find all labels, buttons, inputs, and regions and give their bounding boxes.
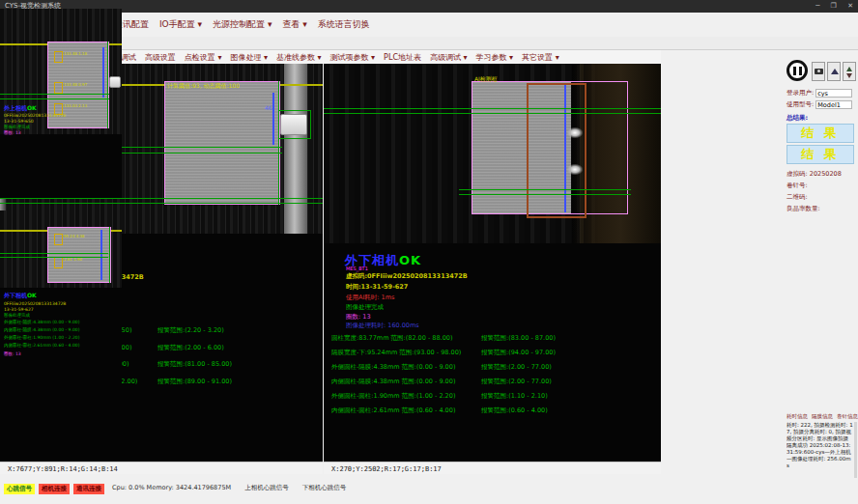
small-bottom-camera-view[interactable]: 95.24 4.38 2.61 1.90 外下相机OK 0FFIiiw20250… <box>0 210 122 404</box>
measure-guide-line <box>102 47 104 98</box>
measure-value: 外侧圆柱-圆柱:1.90mm 范围:(1.00 - 2.20) <box>331 392 481 401</box>
capture-time: 时间:13-31-59-627 <box>346 283 408 292</box>
toolbar-item[interactable]: 测试项参数 ▾ <box>330 52 376 63</box>
measurement-row: 外侧圆柱-圆柱:1.90mm 范围:(1.00 - 2.20) 报警范围:(1.… <box>331 392 657 401</box>
center-camera-view[interactable]: AI检测框 外下相机OK MES_BT1 虚拟码:0FFIiiw20250208… <box>324 64 661 462</box>
alarm-range: 报警范围:(83.00 - 87.00) <box>481 334 657 343</box>
camera-name: 外下相机 <box>4 292 27 298</box>
tab-membrane-info[interactable]: 隔膜信息 <box>812 413 833 420</box>
total-result-row: 总结果: <box>786 114 808 123</box>
baseline-4 <box>0 203 323 204</box>
swap-down-icon <box>846 73 852 78</box>
close-button[interactable]: ✕ <box>847 2 853 10</box>
comm-connect-badge: 通讯连接 <box>73 484 104 494</box>
measure-guide-line <box>100 230 102 280</box>
toolbar-item[interactable]: 图像处理 ▾ <box>230 52 268 63</box>
loop-count: 圈数: 13 <box>346 313 371 322</box>
edge-guide-line <box>109 227 110 283</box>
baseline-4 <box>459 194 631 195</box>
toolbar-item[interactable]: 其它设置 ▾ <box>522 52 559 63</box>
alarm-range: 报警范围:(81.00 - 85.00) <box>157 360 319 369</box>
login-user-input[interactable] <box>815 89 852 98</box>
camera-icon <box>815 69 823 74</box>
alarm-range: 报警范围:(94.00 - 97.00) <box>481 349 657 357</box>
virtual-code: 0FFIiiw2025020813313472B <box>4 301 66 306</box>
roi-box-icon <box>54 82 63 94</box>
pin-number-row: 卷针号: <box>786 182 808 190</box>
window-controls: ─ ❐ ✕ <box>807 0 853 13</box>
baseline-2 <box>324 113 661 114</box>
edge-value-tag: 46 <box>265 104 272 111</box>
pause-button[interactable] <box>786 60 808 81</box>
toolbar-item[interactable]: 高级调试 ▾ <box>430 52 468 63</box>
total-result-label: 总结果: <box>786 114 808 123</box>
annotation-mark: 133.48 1.18 <box>54 51 87 63</box>
capture-time: 13-31-59-650 <box>4 119 34 124</box>
virtual-code-label: 虚拟码: 20250208 <box>786 170 842 179</box>
process-done: 图像处理完成 <box>346 303 384 312</box>
title-bar: CYS-视觉检测系统 ─ ❐ ✕ <box>0 0 858 13</box>
measure-guide-line <box>272 93 274 145</box>
tab-pin-info[interactable]: 卷针信息 <box>837 413 858 420</box>
menu-item[interactable]: 光源控制配置 ▾ <box>213 18 272 31</box>
roi-measure-label: 133.48 0.97 <box>64 82 87 87</box>
tab-connector <box>109 76 121 88</box>
menu-item[interactable]: 查看 ▾ <box>282 18 306 31</box>
toolbar-item[interactable]: 基准线参数 ▾ <box>276 52 322 63</box>
camera-result-headline: 外上相机OK <box>4 104 37 113</box>
result-ok: OK <box>27 104 37 111</box>
model-label: 使用型号: <box>786 100 814 109</box>
menu-bar: C 系统配置相机配置通讯配置IO手配置 ▾光源控制配置 ▾查看 ▾系统语言切换 <box>0 13 858 37</box>
model-input[interactable] <box>815 100 852 109</box>
toolbar-item[interactable]: 点检设置 ▾ <box>185 52 222 63</box>
result-ok: OK <box>27 292 37 298</box>
measurement-row: 外侧圆柱-隔膜:4.38mm (0.00 - 9.00) <box>4 319 79 326</box>
result-ok: OK <box>399 253 421 267</box>
edge-guide-line <box>278 81 279 205</box>
toolbar-item[interactable]: 高级设置 <box>145 52 176 63</box>
toolbar-item[interactable]: PLC地址表 <box>384 52 421 63</box>
virtual-code-row: 虚拟码: 20250208 <box>786 170 842 179</box>
yield-count-label: 良品率数量: <box>786 205 820 213</box>
camera-connect-badge: 相机连接 <box>39 484 70 494</box>
upper-camera-heartbeat[interactable]: 上相机心跳信号 <box>244 484 289 492</box>
log-text: 耗时: 222, 拍摄检测耗时: 17, 拍摄分离耗时: 0, 拍摄视频分区耗时… <box>786 422 853 478</box>
alarm-range: 报警范围:(1.10 - 2.10) <box>481 392 657 401</box>
maximize-button[interactable]: ❐ <box>831 2 837 10</box>
image-up-button[interactable] <box>827 62 841 81</box>
edge-guide-line <box>107 42 108 128</box>
result-box-bottom: 结 果 <box>786 145 854 164</box>
measurement-rows: 外侧圆柱-隔膜:4.38mm (0.00 - 9.00)内侧圆柱-隔膜:4.38… <box>4 319 79 350</box>
status-bar: 心跳信号 相机连接 通讯连接 Cpu: 0.0% Memory: 3424.41… <box>0 481 858 504</box>
pause-icon <box>799 67 802 75</box>
menu-item[interactable]: 系统语言切换 <box>318 18 370 31</box>
measurement-row: 内侧圆柱-隔膜:4.38mm 范围:(0.00 - 9.00) 报警范围:(2.… <box>331 378 657 386</box>
roi-measure-label: 95.24 4.38 <box>64 234 85 238</box>
measurement-row: 内侧圆柱-隔膜:4.38mm (0.00 - 9.00) <box>4 326 79 334</box>
center-camera-column: AI检测框 外下相机OK MES_BT1 虚拟码:0FFIiiw20250208… <box>324 64 661 474</box>
measure-value: 圆柱宽度:83.77mm 范围:(82.00 - 88.00) <box>331 334 481 343</box>
capture-time: 13-31-59-627 <box>4 307 34 312</box>
toolbar-item[interactable]: 学习参数 ▾ <box>476 52 514 63</box>
ai-box-label: AI检测框 <box>474 75 498 84</box>
camera-result-headline: 外下相机OK <box>4 292 37 300</box>
info-tabs: 耗时信息 隔膜信息 卷针信息 <box>786 413 858 420</box>
alarm-range: 报警范围:(2.00 - 77.00) <box>481 378 657 386</box>
arrow-up-icon <box>831 69 839 74</box>
baseline-1 <box>324 108 661 109</box>
heartbeat-badge: 心跳信号 <box>4 484 35 494</box>
switch-camera-button[interactable] <box>843 62 856 81</box>
tab-elapsed-info[interactable]: 耗时信息 <box>786 413 808 420</box>
measurement-row: 外侧圆柱-隔膜:4.38mm 范围:(0.00 - 9.00) 报警范围:(2.… <box>331 363 657 372</box>
login-user-label: 登录用户: <box>786 89 814 98</box>
annotation-mark: 2.61 1.90 <box>54 257 82 268</box>
snapshot-button[interactable] <box>812 62 825 81</box>
process-elapsed: 图像处理耗时: 160.00ms <box>346 322 419 330</box>
baseline-2 <box>0 98 109 99</box>
small-top-camera-view[interactable]: 133.48 1.18 133.48 0.97 133.03 2.13 外上相机… <box>0 9 122 198</box>
lower-camera-heartbeat[interactable]: 下相机心跳信号 <box>302 484 347 492</box>
log-scrollbar[interactable] <box>854 422 857 478</box>
minimize-button[interactable]: ─ <box>815 2 819 10</box>
loop-count: 圈数: 13 <box>4 130 21 135</box>
menu-item[interactable]: IO手配置 ▾ <box>159 18 202 31</box>
